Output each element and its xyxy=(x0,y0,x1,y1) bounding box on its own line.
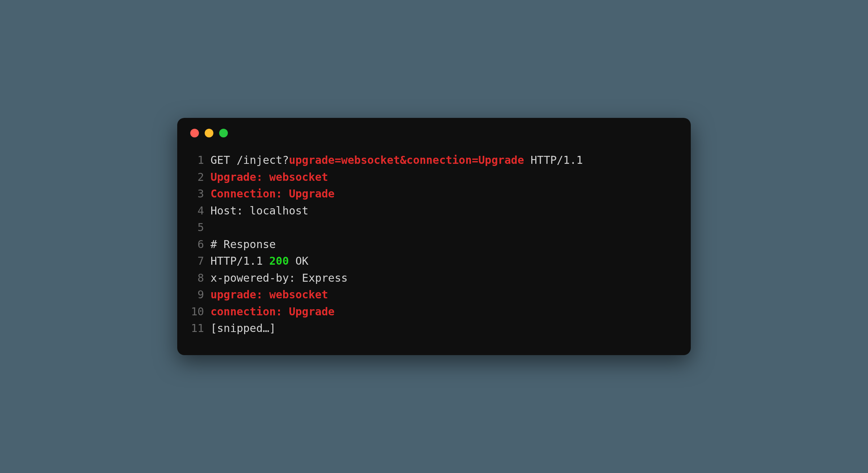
code-segment: x-powered-by: Express xyxy=(210,272,348,284)
code-block: 1GET /inject?upgrade=websocket&connectio… xyxy=(177,141,691,355)
code-segment: Upgrade: websocket xyxy=(210,171,328,183)
line-content: Host: localhost xyxy=(210,203,309,220)
code-segment: [snipped…] xyxy=(210,322,276,334)
line-content: Connection: Upgrade xyxy=(210,186,335,203)
code-line: 6# Response xyxy=(190,236,678,253)
code-segment: Connection: Upgrade xyxy=(210,187,335,200)
line-content: upgrade: websocket xyxy=(210,286,328,303)
code-line: 5 xyxy=(190,219,678,236)
line-number: 6 xyxy=(190,236,210,253)
code-segment: upgrade=websocket&connection=Upgrade xyxy=(289,154,524,166)
close-icon[interactable] xyxy=(190,129,199,137)
line-number: 9 xyxy=(190,286,210,303)
line-content: [snipped…] xyxy=(210,320,276,337)
code-line: 9upgrade: websocket xyxy=(190,286,678,303)
line-number: 8 xyxy=(190,270,210,287)
code-segment: GET /inject? xyxy=(210,154,289,166)
line-number: 11 xyxy=(190,320,210,337)
code-line: 2Upgrade: websocket xyxy=(190,169,678,186)
code-segment: # Response xyxy=(210,238,276,251)
line-number: 2 xyxy=(190,169,210,186)
code-line: 10connection: Upgrade xyxy=(190,303,678,320)
line-content: HTTP/1.1 200 OK xyxy=(210,253,309,270)
code-segment: Host: localhost xyxy=(210,204,309,217)
code-segment: connection: Upgrade xyxy=(210,305,335,318)
code-line: 7HTTP/1.1 200 OK xyxy=(190,253,678,270)
code-segment: OK xyxy=(289,255,309,267)
code-line: 8x-powered-by: Express xyxy=(190,270,678,287)
code-segment: HTTP/1.1 xyxy=(210,255,269,267)
code-segment: HTTP/1.1 xyxy=(524,154,583,166)
line-content: x-powered-by: Express xyxy=(210,270,348,287)
line-number: 1 xyxy=(190,152,210,169)
code-line: 4Host: localhost xyxy=(190,203,678,220)
code-line: 11[snipped…] xyxy=(190,320,678,337)
line-content: # Response xyxy=(210,236,276,253)
line-number: 4 xyxy=(190,203,210,220)
line-number: 3 xyxy=(190,186,210,203)
line-number: 10 xyxy=(190,303,210,320)
line-content: GET /inject?upgrade=websocket&connection… xyxy=(210,152,583,169)
line-content: connection: Upgrade xyxy=(210,303,335,320)
line-number: 7 xyxy=(190,253,210,270)
line-number: 5 xyxy=(190,219,210,236)
code-segment: 200 xyxy=(269,255,289,267)
maximize-icon[interactable] xyxy=(219,129,228,137)
line-content: Upgrade: websocket xyxy=(210,169,328,186)
terminal-window: 1GET /inject?upgrade=websocket&connectio… xyxy=(177,118,691,355)
code-segment: upgrade: websocket xyxy=(210,288,328,301)
code-line: 3Connection: Upgrade xyxy=(190,186,678,203)
code-line: 1GET /inject?upgrade=websocket&connectio… xyxy=(190,152,678,169)
titlebar xyxy=(177,118,691,141)
minimize-icon[interactable] xyxy=(205,129,213,137)
